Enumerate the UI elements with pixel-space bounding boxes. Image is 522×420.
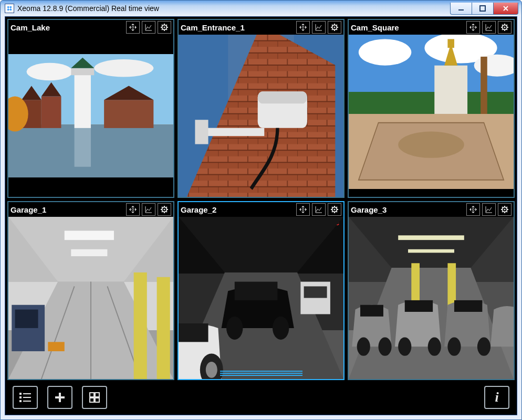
svg-rect-62 — [48, 342, 64, 351]
settings-button[interactable] — [158, 203, 171, 216]
svg-rect-35 — [195, 120, 208, 144]
camera-header: Cam_Entrance_1 — [179, 20, 343, 35]
settings-gear-icon — [160, 23, 169, 32]
add-button[interactable] — [47, 386, 72, 409]
activity-button[interactable] — [482, 21, 496, 34]
camera-panel-garage-3[interactable]: Garage_3 — [348, 201, 515, 380]
svg-point-53 — [164, 209, 165, 211]
svg-point-89 — [379, 338, 392, 356]
svg-rect-32 — [202, 128, 264, 136]
ptz-crosshair-icon — [469, 23, 477, 32]
scene-lake — [8, 54, 173, 177]
svg-point-65 — [334, 209, 336, 211]
svg-rect-55 — [65, 230, 114, 240]
ptz-button[interactable] — [466, 203, 480, 216]
info-button[interactable]: i — [484, 386, 509, 409]
camera-name: Garage_3 — [351, 205, 464, 214]
svg-point-73 — [206, 362, 217, 378]
svg-rect-60 — [134, 272, 147, 379]
grid-layout-icon — [88, 391, 101, 404]
svg-rect-43 — [349, 92, 514, 114]
svg-point-76 — [472, 208, 474, 211]
activity-button[interactable] — [142, 21, 155, 34]
activity-button[interactable] — [312, 203, 326, 216]
svg-rect-97 — [23, 397, 31, 398]
minimize-button[interactable] — [450, 3, 472, 15]
svg-point-2 — [132, 26, 134, 28]
settings-button[interactable] — [498, 203, 511, 216]
grid-button[interactable] — [82, 386, 107, 409]
settings-button[interactable] — [498, 21, 511, 34]
bottom-toolbar: i — [7, 382, 515, 413]
svg-rect-94 — [19, 393, 22, 395]
ptz-button[interactable] — [126, 203, 140, 216]
svg-rect-16 — [71, 68, 94, 75]
minimize-icon — [458, 5, 464, 12]
close-icon — [503, 5, 509, 12]
activity-button[interactable] — [482, 203, 496, 216]
settings-button[interactable] — [328, 203, 341, 216]
svg-point-20 — [302, 26, 304, 28]
window-title: Xeoma 12.8.9 (Commercial) Real time view — [17, 4, 159, 13]
list-button[interactable] — [13, 386, 38, 409]
settings-gear-icon — [160, 205, 169, 214]
camera-panel-square[interactable]: Cam_Square — [348, 19, 515, 198]
plus-icon — [54, 391, 66, 404]
activity-button[interactable] — [312, 21, 326, 34]
camera-panel-entrance[interactable]: Cam_Entrance_1 — [178, 19, 344, 198]
svg-point-91 — [428, 338, 441, 356]
camera-feed — [349, 217, 514, 379]
ptz-crosshair-icon — [129, 23, 137, 32]
camera-panel-garage-1[interactable]: Garage_1 — [7, 201, 174, 380]
maximize-icon — [479, 5, 486, 12]
ptz-button[interactable] — [296, 203, 310, 216]
window-controls — [451, 3, 518, 15]
camera-header: Garage_3 — [349, 202, 514, 217]
settings-button[interactable] — [158, 21, 171, 34]
camera-feed — [349, 35, 514, 197]
svg-rect-99 — [23, 401, 31, 402]
maximize-button[interactable] — [472, 3, 494, 15]
scene-garage-1 — [8, 217, 173, 379]
camera-header: Garage_2 — [179, 202, 343, 217]
ptz-crosshair-icon — [299, 23, 307, 32]
svg-rect-86 — [405, 300, 433, 312]
ptz-button[interactable] — [126, 21, 140, 34]
settings-gear-icon — [500, 23, 509, 32]
activity-button[interactable] — [142, 203, 155, 216]
svg-rect-59 — [15, 310, 38, 328]
camera-panel-garage-2[interactable]: Garage_2 Rec — [178, 201, 344, 380]
camera-name: Garage_2 — [181, 205, 294, 214]
camera-feed: Rec — [179, 217, 343, 379]
svg-point-38 — [504, 27, 506, 28]
settings-gear-icon — [330, 23, 339, 32]
titlebar[interactable]: Xeoma 12.8.9 (Commercial) Real time view — [1, 1, 521, 16]
camera-panel-lake[interactable]: Cam_Lake — [7, 19, 174, 198]
ptz-button[interactable] — [466, 21, 480, 34]
scene-square — [349, 35, 514, 189]
camera-name: Cam_Lake — [11, 23, 124, 32]
client-area: Cam_Lake — [5, 16, 517, 415]
svg-rect-96 — [19, 396, 22, 398]
svg-rect-101 — [55, 396, 65, 398]
activity-chart-icon — [485, 205, 493, 214]
svg-rect-56 — [71, 249, 107, 256]
app-window: Xeoma 12.8.9 (Commercial) Real time view… — [0, 0, 522, 420]
svg-point-78 — [504, 209, 506, 211]
svg-marker-66 — [179, 217, 343, 272]
camera-feed — [179, 35, 343, 197]
svg-rect-0 — [458, 9, 464, 10]
settings-button[interactable] — [328, 21, 341, 34]
activity-chart-icon — [144, 205, 153, 214]
info-icon: i — [495, 390, 498, 405]
camera-name: Garage_1 — [11, 205, 124, 214]
camera-header: Cam_Square — [349, 20, 514, 35]
svg-point-36 — [472, 26, 474, 28]
close-button[interactable] — [493, 3, 518, 15]
ptz-button[interactable] — [296, 21, 310, 34]
svg-point-4 — [164, 27, 165, 28]
svg-point-7 — [94, 59, 153, 77]
camera-feed — [8, 35, 173, 197]
svg-rect-71 — [179, 323, 208, 342]
camera-grid: Cam_Lake — [7, 19, 515, 380]
